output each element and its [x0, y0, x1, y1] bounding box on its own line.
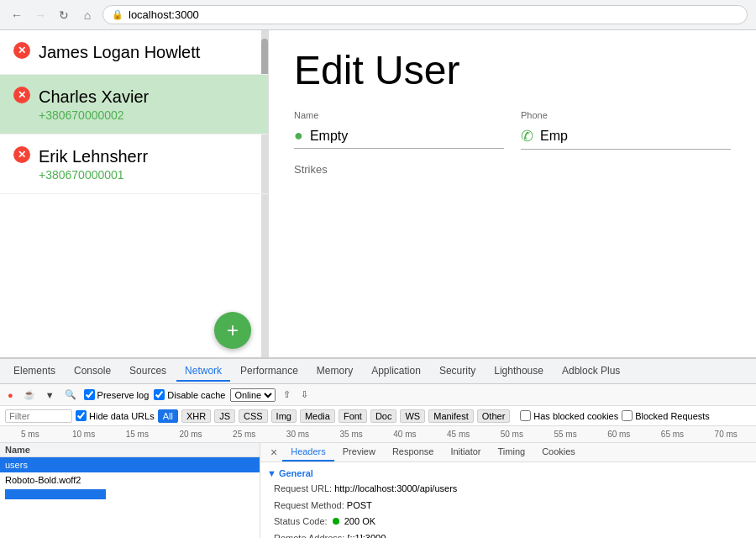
general-section: ▼ General Request URL: http://localhost:…: [260, 462, 756, 538]
tick-50ms: 50 ms: [485, 430, 538, 439]
request-detail: × Headers Preview Response Initiator Tim…: [260, 443, 756, 538]
detail-tab-headers[interactable]: Headers: [282, 443, 334, 462]
user-name-james: James Logan Howlett: [39, 42, 255, 62]
filter-all[interactable]: All: [158, 409, 178, 423]
filter-media[interactable]: Media: [300, 409, 335, 423]
filter-manifest[interactable]: Manifest: [428, 409, 474, 423]
status-dot: [333, 518, 339, 525]
request-url-value: http://localhost:3000/api/users: [334, 483, 457, 493]
reload-button[interactable]: ↻: [55, 7, 72, 24]
devtools-toolbar: ● ☕ ▼ 🔍 Preserve log Disable cache Onlin…: [0, 384, 756, 406]
add-user-button[interactable]: +: [214, 312, 251, 349]
detail-tab-preview[interactable]: Preview: [334, 443, 384, 462]
sidebar: ✕ James Logan Howlett ✕ Charles Xavier +…: [0, 30, 269, 357]
browser-chrome: ← → ↻ ⌂ 🔒 localhost:3000: [0, 0, 756, 30]
filter-button[interactable]: ▼: [43, 389, 57, 401]
detail-tab-cookies[interactable]: Cookies: [533, 443, 584, 462]
request-url-key: Request URL:: [274, 483, 334, 493]
hide-data-urls-checkbox[interactable]: Hide data URLs: [76, 410, 155, 421]
record-button[interactable]: ●: [5, 389, 16, 401]
form-row-name-phone: Name ● Phone ✆: [294, 110, 731, 150]
tab-performance[interactable]: Performance: [232, 361, 307, 382]
filter-input[interactable]: [5, 409, 72, 423]
tab-elements[interactable]: Elements: [5, 361, 64, 382]
export-button[interactable]: ⇩: [298, 388, 311, 401]
detail-tab-response[interactable]: Response: [384, 443, 443, 462]
name-field: Name ●: [294, 110, 504, 150]
user-item-erik[interactable]: ✕ Erik Lehnsherr +380670000001: [0, 134, 268, 194]
filter-xhr[interactable]: XHR: [181, 409, 211, 423]
users-timeline-bar: [5, 489, 106, 499]
filter-img[interactable]: Img: [271, 409, 297, 423]
filter-other[interactable]: Other: [477, 409, 511, 423]
back-button[interactable]: ←: [8, 7, 25, 24]
status-code-value: 200 OK: [344, 516, 375, 526]
tab-console[interactable]: Console: [66, 361, 119, 382]
tick-40ms: 40 ms: [378, 430, 432, 439]
name-label: Name: [294, 110, 504, 120]
network-list: Name users Roboto-Bold.woff2: [0, 443, 260, 538]
devtools-tab-bar: Elements Console Sources Network Perform…: [0, 359, 756, 384]
user-item-charles[interactable]: ✕ Charles Xavier +380670000002: [0, 75, 268, 134]
name-column-header: Name: [5, 445, 30, 455]
tab-application[interactable]: Application: [363, 361, 429, 382]
blocked-requests-checkbox[interactable]: Blocked Requests: [622, 410, 710, 421]
forward-button[interactable]: →: [32, 7, 49, 24]
general-section-title[interactable]: ▼ General: [267, 466, 749, 481]
tick-20ms: 20 ms: [164, 430, 218, 439]
filter-js[interactable]: JS: [214, 409, 235, 423]
user-item-james[interactable]: ✕ James Logan Howlett: [0, 30, 268, 75]
filter-ws[interactable]: WS: [400, 409, 425, 423]
disable-cache-checkbox[interactable]: Disable cache: [154, 389, 225, 400]
filter-font[interactable]: Font: [339, 409, 367, 423]
phone-field: Phone ✆: [521, 110, 731, 150]
tab-adblock[interactable]: Adblock Plus: [554, 361, 628, 382]
timeline-bar: 5 ms 10 ms 15 ms 20 ms 25 ms 30 ms 35 ms…: [0, 426, 756, 443]
phone-label: Phone: [521, 110, 731, 120]
has-blocked-cookies-checkbox[interactable]: Has blocked cookies: [520, 410, 618, 421]
detail-tabs: × Headers Preview Response Initiator Tim…: [260, 443, 756, 462]
remote-address-row: Remote Address: [::1]:3000: [267, 530, 749, 538]
request-method-row: Request Method: POST: [267, 498, 749, 514]
network-row-users-name: users: [5, 460, 255, 470]
tab-network[interactable]: Network: [176, 361, 230, 382]
name-input[interactable]: [310, 129, 504, 144]
search-button[interactable]: 🔍: [62, 388, 79, 401]
home-button[interactable]: ⌂: [79, 7, 96, 24]
name-input-wrapper: ●: [294, 124, 504, 149]
network-panel-body: Name users Roboto-Bold.woff2 × Headers P…: [0, 443, 756, 538]
app-area: ✕ James Logan Howlett ✕ Charles Xavier +…: [0, 30, 756, 357]
tick-5ms: 5 ms: [3, 430, 57, 439]
remove-user-erik-button[interactable]: ✕: [13, 146, 30, 163]
remove-user-james-button[interactable]: ✕: [13, 42, 30, 59]
network-row-font[interactable]: Roboto-Bold.woff2: [0, 472, 260, 488]
request-method-key: Request Method:: [274, 500, 347, 510]
tab-security[interactable]: Security: [431, 361, 484, 382]
filter-doc[interactable]: Doc: [370, 409, 397, 423]
network-row-font-name: Roboto-Bold.woff2: [5, 475, 255, 485]
filter-css[interactable]: CSS: [239, 409, 268, 423]
tick-25ms: 25 ms: [218, 430, 271, 439]
tab-memory[interactable]: Memory: [308, 361, 361, 382]
preserve-log-checkbox[interactable]: Preserve log: [84, 389, 150, 400]
detail-tab-timing[interactable]: Timing: [490, 443, 534, 462]
detail-tab-initiator[interactable]: Initiator: [442, 443, 489, 462]
phone-input[interactable]: [540, 129, 731, 144]
status-code-key: Status Code:: [274, 516, 330, 526]
address-bar[interactable]: 🔒 localhost:3000: [102, 5, 748, 24]
close-detail-button[interactable]: ×: [265, 443, 282, 462]
network-row-users[interactable]: users: [0, 457, 260, 472]
tick-35ms: 35 ms: [324, 430, 378, 439]
tab-sources[interactable]: Sources: [121, 361, 175, 382]
throttle-select[interactable]: Online: [230, 388, 276, 402]
clear-button[interactable]: ☕: [21, 388, 38, 401]
tick-45ms: 45 ms: [432, 430, 486, 439]
tab-lighthouse[interactable]: Lighthouse: [486, 361, 552, 382]
import-button[interactable]: ⇧: [281, 388, 293, 401]
main-content: Edit User Name ● Phone ✆ Strikes: [269, 30, 756, 357]
tick-10ms: 10 ms: [57, 430, 111, 439]
tick-15ms: 15 ms: [110, 430, 164, 439]
strikes-label: Strikes: [294, 163, 731, 176]
tick-65ms: 65 ms: [646, 430, 700, 439]
remove-user-charles-button[interactable]: ✕: [13, 87, 30, 103]
